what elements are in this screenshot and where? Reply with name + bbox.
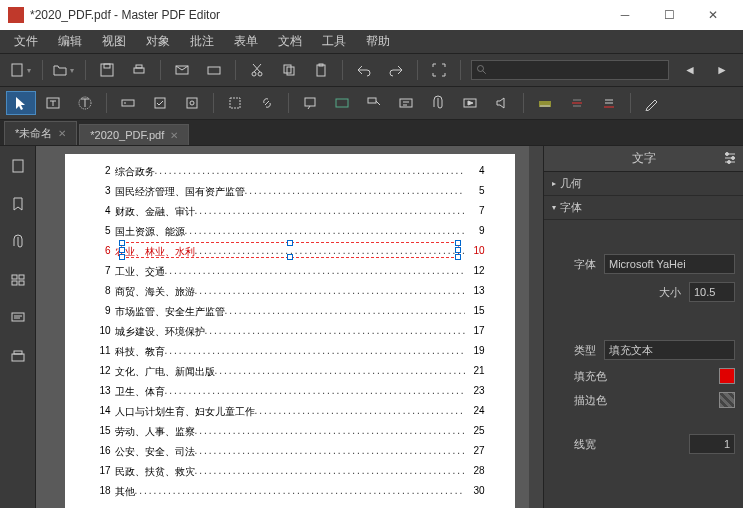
link-tool[interactable] bbox=[252, 91, 282, 115]
open-button[interactable]: ▾ bbox=[49, 58, 79, 82]
tab-untitled[interactable]: *未命名✕ bbox=[4, 121, 77, 145]
callout-tool[interactable] bbox=[359, 91, 389, 115]
zoom-fit-button[interactable] bbox=[424, 58, 454, 82]
minimize-button[interactable]: ─ bbox=[603, 0, 647, 30]
comments-button[interactable] bbox=[6, 306, 30, 330]
toc-line[interactable]: 10城乡建设、环境保护.............................… bbox=[95, 322, 485, 342]
redo-button[interactable] bbox=[381, 58, 411, 82]
highlight-tool[interactable] bbox=[220, 91, 250, 115]
note-tool[interactable] bbox=[295, 91, 325, 115]
resize-handle[interactable] bbox=[287, 240, 293, 246]
form-radio-tool[interactable] bbox=[177, 91, 207, 115]
toc-line[interactable]: 4财政、金融、审计...............................… bbox=[95, 202, 485, 222]
underline-tool[interactable] bbox=[594, 91, 624, 115]
scan-button[interactable] bbox=[199, 58, 229, 82]
menu-annotate[interactable]: 批注 bbox=[182, 31, 222, 52]
maximize-button[interactable]: ☐ bbox=[647, 0, 691, 30]
menu-object[interactable]: 对象 bbox=[138, 31, 178, 52]
section-font[interactable]: ▾字体 bbox=[544, 196, 743, 220]
text-tool[interactable] bbox=[38, 91, 68, 115]
properties-panel: 文字 ▸几何 ▾字体 字体Microsoft YaHei 大小10.5 类型填充… bbox=[543, 146, 743, 508]
resize-handle[interactable] bbox=[455, 240, 461, 246]
close-icon[interactable]: ✕ bbox=[170, 130, 178, 141]
resize-handle[interactable] bbox=[119, 254, 125, 260]
close-button[interactable]: ✕ bbox=[691, 0, 735, 30]
menu-view[interactable]: 视图 bbox=[94, 31, 134, 52]
search-input[interactable] bbox=[471, 60, 669, 80]
menu-edit[interactable]: 编辑 bbox=[50, 31, 90, 52]
toc-line[interactable]: 14人口与计划生育、妇女儿童工作........................… bbox=[95, 402, 485, 422]
print-button[interactable] bbox=[124, 58, 154, 82]
toc-line[interactable]: 8商贸、海关、旅游...............................… bbox=[95, 282, 485, 302]
stroke-color-swatch[interactable] bbox=[719, 392, 735, 408]
toc-line[interactable]: 3国民经济管理、国有资产监管..........................… bbox=[95, 182, 485, 202]
form-check-tool[interactable] bbox=[145, 91, 175, 115]
resize-handle[interactable] bbox=[455, 254, 461, 260]
selection-box[interactable] bbox=[121, 242, 459, 258]
sound-tool[interactable] bbox=[487, 91, 517, 115]
resize-handle[interactable] bbox=[287, 254, 293, 260]
pencil-tool[interactable] bbox=[637, 91, 667, 115]
toc-line[interactable]: 2综合政务...................................… bbox=[95, 162, 485, 182]
mail-button[interactable] bbox=[167, 58, 197, 82]
toc-line[interactable]: 6农业、林业、水利...............................… bbox=[95, 242, 485, 262]
thumbnails-button[interactable] bbox=[6, 154, 30, 178]
type-field[interactable]: 填充文本 bbox=[604, 340, 735, 360]
copy-button[interactable] bbox=[274, 58, 304, 82]
resize-handle[interactable] bbox=[119, 240, 125, 246]
toc-line[interactable]: 13卫生、体育.................................… bbox=[95, 382, 485, 402]
search-prev-button[interactable]: ◄ bbox=[675, 58, 705, 82]
linewidth-field[interactable]: 1 bbox=[689, 434, 735, 454]
resize-handle[interactable] bbox=[119, 247, 125, 253]
form-text-tool[interactable] bbox=[113, 91, 143, 115]
toc-line[interactable]: 12文化、广电、新闻出版............................… bbox=[95, 362, 485, 382]
stamp-tool[interactable] bbox=[327, 91, 357, 115]
svg-rect-32 bbox=[12, 313, 24, 321]
bookmarks-button[interactable] bbox=[6, 192, 30, 216]
select-tool[interactable] bbox=[6, 91, 36, 115]
paste-button[interactable] bbox=[306, 58, 336, 82]
edit-text-tool[interactable] bbox=[70, 91, 100, 115]
app-logo-icon bbox=[8, 7, 24, 23]
toc-line[interactable]: 18其他....................................… bbox=[95, 482, 485, 502]
toc-line[interactable]: 5国土资源、能源................................… bbox=[95, 222, 485, 242]
svg-rect-11 bbox=[317, 65, 325, 76]
menu-document[interactable]: 文档 bbox=[270, 31, 310, 52]
svg-rect-2 bbox=[104, 64, 110, 68]
tab-document[interactable]: *2020_PDF.pdf✕ bbox=[79, 124, 189, 145]
menu-tool[interactable]: 工具 bbox=[314, 31, 354, 52]
save-button[interactable] bbox=[92, 58, 122, 82]
strike-tool[interactable] bbox=[562, 91, 592, 115]
textbox-tool[interactable] bbox=[391, 91, 421, 115]
resize-handle[interactable] bbox=[455, 247, 461, 253]
close-icon[interactable]: ✕ bbox=[58, 128, 66, 139]
video-tool[interactable] bbox=[455, 91, 485, 115]
toc-line[interactable]: 17民政、扶贫、救灾..............................… bbox=[95, 462, 485, 482]
undo-button[interactable] bbox=[349, 58, 379, 82]
toc-line[interactable]: 15劳动、人事、监察..............................… bbox=[95, 422, 485, 442]
attach-tool[interactable] bbox=[423, 91, 453, 115]
document-view[interactable]: 2综合政务...................................… bbox=[36, 146, 543, 508]
new-button[interactable]: ▾ bbox=[6, 58, 36, 82]
toc-line[interactable]: 9市场监管、安全生产监管............................… bbox=[95, 302, 485, 322]
hl-yellow-tool[interactable] bbox=[530, 91, 560, 115]
settings-icon[interactable] bbox=[723, 150, 737, 167]
layers-button[interactable] bbox=[6, 344, 30, 368]
toc-line[interactable]: 11科技、教育.................................… bbox=[95, 342, 485, 362]
menu-form[interactable]: 表单 bbox=[226, 31, 266, 52]
menu-help[interactable]: 帮助 bbox=[358, 31, 398, 52]
menu-file[interactable]: 文件 bbox=[6, 31, 46, 52]
fields-button[interactable] bbox=[6, 268, 30, 292]
toc-line[interactable]: 7工业、交通..................................… bbox=[95, 262, 485, 282]
attachments-button[interactable] bbox=[6, 230, 30, 254]
toc-line[interactable]: 16公安、安全、司法..............................… bbox=[95, 442, 485, 462]
window-title: *2020_PDF.pdf - Master PDF Editor bbox=[30, 8, 603, 22]
font-label: 字体 bbox=[574, 257, 596, 272]
vertical-scrollbar[interactable] bbox=[529, 146, 543, 508]
section-geometry[interactable]: ▸几何 bbox=[544, 172, 743, 196]
size-field[interactable]: 10.5 bbox=[689, 282, 735, 302]
cut-button[interactable] bbox=[242, 58, 272, 82]
fill-color-swatch[interactable] bbox=[719, 368, 735, 384]
search-next-button[interactable]: ► bbox=[707, 58, 737, 82]
font-field[interactable]: Microsoft YaHei bbox=[604, 254, 735, 274]
